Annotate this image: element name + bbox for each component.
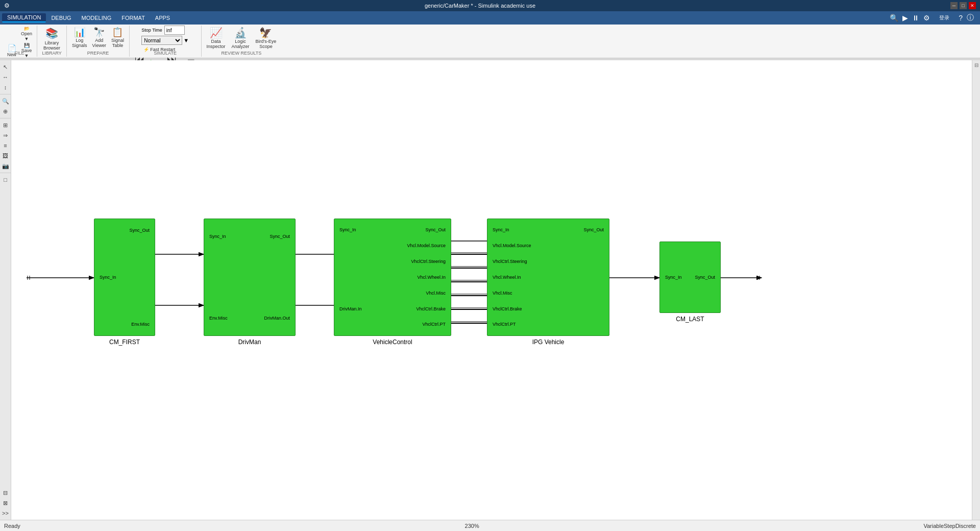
vc-row4: Vhcl.Wheel.In — [339, 275, 446, 280]
mode-select[interactable]: Normal Accelerator Rapid Accelerator — [141, 36, 182, 45]
run-icon-top: ▶ — [902, 14, 908, 22]
library-group-label: LIBRARY — [37, 51, 66, 56]
save-icon: 💾 — [24, 43, 30, 48]
help-icon: ? — [959, 14, 963, 22]
close-button[interactable]: ✕ — [969, 2, 976, 9]
drivman-row2: Env.Misc DrivMan.Out — [209, 316, 290, 321]
toolbar: 📄 New 📂 Open ▼ 💾 Save ▼ 🖨 Print ▼ — [0, 25, 980, 58]
side-bottom-2[interactable]: ⊠ — [1, 498, 10, 508]
maximize-button[interactable]: □ — [960, 2, 967, 9]
add-viewer-button[interactable]: 🔭 AddViewer — [90, 26, 108, 49]
cm-first-port-sync-in: Sync_In — [100, 275, 150, 280]
cm-first-spacer — [100, 244, 150, 264]
library-group: 📚 LibraryBrowser LIBRARY — [37, 26, 67, 57]
cm-last-label: CM_LAST — [676, 316, 704, 323]
signal-table-icon: 📋 — [112, 27, 123, 38]
menu-modeling[interactable]: MODELING — [77, 14, 117, 22]
logic-analyzer-label: LogicAnalyzer — [232, 39, 250, 49]
right-panel-toggle[interactable]: ⊟ — [972, 60, 980, 520]
side-divider-1 — [0, 94, 11, 94]
ipg-row7: VhclCtrl.PT — [493, 322, 604, 327]
simulate-group-label: SIMULATE — [130, 51, 201, 56]
simulate-top-controls: Stop Time Normal Accelerator Rapid Accel… — [141, 26, 189, 53]
ipg-vehicle-label: IPG Vehicle — [532, 339, 565, 346]
side-tool-2[interactable]: ↔ — [1, 73, 10, 82]
side-tool-6[interactable]: ⊞ — [1, 120, 10, 130]
vehicle-control-block[interactable]: Sync_In Sync_Out Vhcl.Model.Source VhclC… — [334, 219, 451, 336]
title-bar: ⚙ generic/CarMaker * - Simulink academic… — [0, 0, 980, 11]
log-signals-button[interactable]: 📊 LogSignals — [70, 26, 89, 49]
window-title: generic/CarMaker * - Simulink academic u… — [10, 3, 950, 9]
menu-bar: SIMULATION DEBUG MODELING FORMAT APPS 🔍 … — [0, 11, 980, 25]
cm-last-block[interactable]: Sync_In Sync_Out CM_LAST — [659, 242, 721, 313]
title-icon: ⚙ — [4, 2, 10, 9]
birds-eye-label: Bird's-EyeScope — [256, 39, 277, 49]
review-buttons: 📈 DataInspector 🔬 LogicAnalyzer 🦅 Bird's… — [205, 26, 279, 50]
side-zoom-in[interactable]: 🔍 — [1, 96, 10, 106]
birds-eye-scope-button[interactable]: 🦅 Bird's-EyeScope — [254, 26, 279, 50]
toolbar-right-area: 🔍 ▶ ⏸ ⚙ 登录 ? ⓘ — [890, 13, 978, 23]
side-tool-7[interactable]: ⇒ — [1, 131, 10, 140]
log-signals-icon: 📊 — [74, 27, 85, 38]
vc-row2: Vhcl.Model.Source — [339, 243, 446, 248]
review-results-group: 📈 DataInspector 🔬 LogicAnalyzer 🦅 Bird's… — [202, 26, 282, 57]
side-tool-9[interactable]: 🖼 — [1, 151, 10, 160]
data-inspector-label: DataInspector — [207, 39, 226, 49]
diagram-canvas[interactable]: Sync_Out Sync_In Env.Misc CM_FIRST Sync_… — [11, 60, 980, 520]
menu-format[interactable]: FORMAT — [116, 14, 150, 22]
side-tool-10[interactable]: 📷 — [1, 161, 10, 171]
side-expand[interactable]: >> — [1, 509, 10, 518]
add-viewer-label: AddViewer — [92, 38, 106, 48]
ipg-row2: Vhcl.Model.Source — [493, 243, 604, 248]
ipg-vehicle-block[interactable]: Sync_In Sync_Out Vhcl.Model.Source VhclC… — [487, 219, 609, 336]
library-label: LibraryBrowser — [43, 40, 60, 51]
file-group: 📄 New 📂 Open ▼ 💾 Save ▼ 🖨 Print ▼ — [2, 26, 37, 57]
open-button[interactable]: 📂 Open ▼ — [19, 26, 34, 42]
prepare-buttons: 📊 LogSignals 🔭 AddViewer 📋 SignalTable — [70, 26, 126, 49]
library-browser-button[interactable]: 📚 LibraryBrowser — [40, 26, 63, 52]
cmlast-row1: Sync_In Sync_Out — [665, 275, 715, 280]
search-icon: 🔍 — [890, 14, 898, 22]
cm-first-block[interactable]: Sync_Out Sync_In Env.Misc CM_FIRST — [94, 219, 155, 336]
library-icon: 📚 — [45, 27, 58, 39]
vehicle-control-label: VehicleControl — [373, 339, 412, 346]
vc-row5: Vhcl.Misc — [339, 291, 446, 296]
main-canvas: Sync_Out Sync_In Env.Misc CM_FIRST Sync_… — [11, 60, 980, 520]
minimize-button[interactable]: ─ — [950, 2, 958, 9]
side-bottom-1[interactable]: ⊟ — [1, 488, 10, 497]
ipg-row5: Vhcl.Misc — [493, 291, 604, 296]
side-tool-3[interactable]: ↕ — [1, 83, 10, 92]
logic-analyzer-icon: 🔬 — [234, 27, 247, 39]
side-tool-11[interactable]: □ — [1, 175, 10, 184]
side-select-tool[interactable]: ↖ — [1, 62, 10, 71]
stop-time-row: Stop Time — [141, 26, 189, 35]
vc-row6: DrivMan.In VhclCtrl.Brake — [339, 306, 446, 311]
info-icon: ⓘ — [967, 13, 974, 22]
birds-eye-icon: 🦅 — [259, 27, 272, 39]
logic-analyzer-button[interactable]: 🔬 LogicAnalyzer — [230, 26, 252, 50]
drivman-block[interactable]: Sync_In Sync_Out Env.Misc DrivMan.Out Dr… — [204, 219, 296, 336]
prepare-group: 📊 LogSignals 🔭 AddViewer 📋 SignalTable P… — [67, 26, 130, 57]
settings-icon-top: ⚙ — [923, 14, 930, 22]
side-toolbar: ↖ ↔ ↕ 🔍 ⊕ ⊞ ⇒ ≡ 🖼 📷 □ ⊟ ⊠ >> — [0, 60, 11, 520]
signal-table-button[interactable]: 📋 SignalTable — [109, 26, 126, 49]
side-divider-3 — [0, 173, 11, 173]
menu-debug[interactable]: DEBUG — [46, 14, 76, 22]
menu-apps[interactable]: APPS — [150, 14, 175, 22]
simulate-group: Stop Time Normal Accelerator Rapid Accel… — [130, 26, 202, 57]
menu-simulation[interactable]: SIMULATION — [2, 13, 46, 22]
chinese-btn[interactable]: 登录 — [934, 13, 954, 23]
side-divider-2 — [0, 118, 11, 118]
status-bar: Ready 230% VariableStepDiscrete — [0, 520, 980, 531]
ipg-row6: VhclCtrl.Brake — [493, 306, 604, 311]
add-viewer-icon: 🔭 — [93, 27, 105, 38]
data-inspector-button[interactable]: 📈 DataInspector — [205, 26, 228, 50]
open-icon: 📂 — [24, 26, 30, 31]
side-tool-8[interactable]: ≡ — [1, 141, 10, 150]
right-panel-icon: ⊟ — [974, 62, 978, 68]
side-tool-5[interactable]: ⊕ — [1, 107, 10, 116]
stop-time-input[interactable] — [164, 26, 185, 35]
mode-arrow: ▼ — [183, 37, 189, 43]
vc-row7: VhclCtrl.PT — [339, 322, 446, 327]
prepare-group-label: PREPARE — [67, 51, 129, 56]
